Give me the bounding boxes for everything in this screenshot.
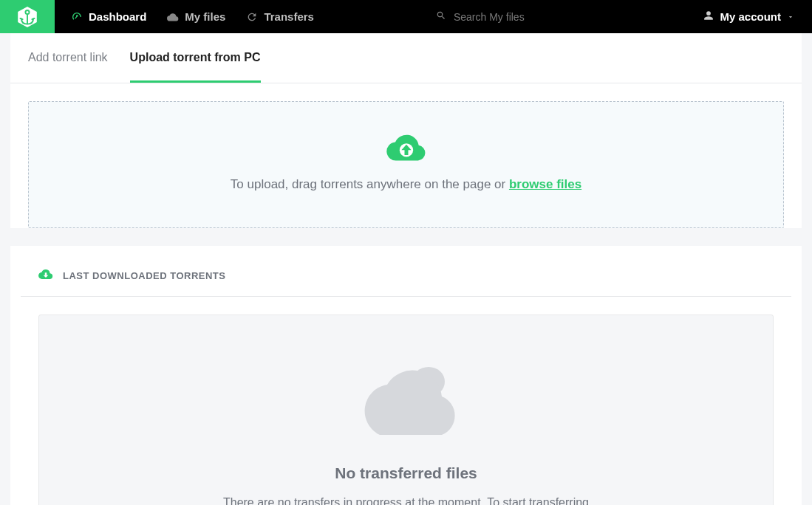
search-icon — [436, 10, 446, 24]
main-nav: Dashboard My files Transfers — [55, 10, 314, 23]
cloud-icon — [167, 11, 179, 23]
browse-files-link[interactable]: browse files — [509, 177, 581, 191]
top-header: Dashboard My files Transfers My account — [0, 0, 812, 33]
empty-cloud-icon — [347, 346, 465, 438]
nav-dashboard-label: Dashboard — [89, 10, 146, 23]
last-downloaded-section: LAST DOWNLOADED TORRENTS No transferred … — [10, 246, 802, 505]
section-header: LAST DOWNLOADED TORRENTS — [21, 255, 791, 297]
nav-transfers[interactable]: Transfers — [246, 10, 314, 23]
empty-state: No transferred files There are no transf… — [38, 315, 774, 505]
app-logo[interactable] — [0, 0, 55, 33]
chevron-down-icon — [787, 10, 794, 23]
upload-dropzone[interactable]: To upload, drag torrents anywhere on the… — [28, 101, 784, 228]
user-icon — [703, 10, 714, 23]
nav-transfers-label: Transfers — [264, 10, 314, 23]
upload-text-prefix: To upload, drag torrents anywhere on the… — [231, 177, 509, 191]
nav-dashboard[interactable]: Dashboard — [71, 10, 146, 23]
nav-myfiles[interactable]: My files — [167, 10, 225, 23]
account-label: My account — [720, 10, 781, 23]
section-title: LAST DOWNLOADED TORRENTS — [63, 270, 225, 281]
refresh-icon — [246, 11, 258, 23]
nav-myfiles-label: My files — [185, 10, 225, 23]
main-panel: Add torrent link Upload torrent from PC … — [10, 33, 802, 228]
search-input[interactable] — [454, 11, 601, 23]
svg-line-4 — [32, 18, 34, 18]
dashboard-icon — [71, 11, 83, 23]
cloud-upload-icon — [386, 133, 426, 162]
account-menu[interactable]: My account — [703, 10, 794, 23]
tab-add-torrent-link[interactable]: Add torrent link — [28, 33, 108, 83]
tab-bar: Add torrent link Upload torrent from PC — [10, 33, 802, 83]
empty-title: No transferred files — [54, 464, 758, 482]
anchor-logo-icon — [16, 5, 39, 29]
tab-upload-from-pc[interactable]: Upload torrent from PC — [130, 33, 261, 83]
svg-line-3 — [20, 18, 22, 18]
empty-subtitle: There are no transfers in progress at th… — [222, 494, 591, 505]
cloud-down-icon — [38, 268, 53, 283]
upload-instruction: To upload, drag torrents anywhere on the… — [44, 177, 768, 192]
search-container — [436, 10, 601, 24]
